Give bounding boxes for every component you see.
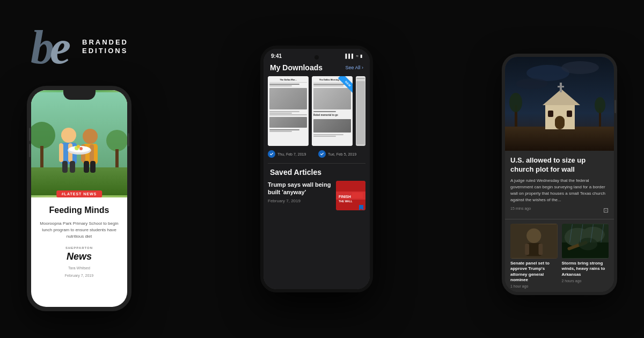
svg-point-8 <box>61 128 76 143</box>
notch-left <box>63 90 96 100</box>
svg-rect-13 <box>70 161 75 173</box>
downloads-title: My Downloads <box>270 63 323 72</box>
phone-left-headline: Feeding Minds <box>38 205 121 216</box>
svg-point-58 <box>579 238 597 250</box>
download-date-row: Thu, Feb 7, 2019 Tue, Feb 5, 2019 <box>264 150 370 163</box>
check-icon-2 <box>318 150 326 158</box>
publish-date: February 7, 2019 <box>65 274 93 277</box>
news-card-1[interactable]: Senate panel set to approve Trump's atto… <box>510 224 558 289</box>
svg-text:FINISH: FINISH <box>339 195 351 199</box>
kids-photo: #LATEST NEWS <box>31 90 127 197</box>
newspaper-line <box>313 136 336 137</box>
download-date-1: Thu, Feb 7, 2019 <box>268 150 315 158</box>
newspaper-line <box>269 113 292 114</box>
phone-middle-screen: 9:41 ▌▌▌ ≈ ▮ My Downloads See All › <box>264 49 370 289</box>
partial-line <box>356 78 365 79</box>
svg-point-49 <box>526 228 541 243</box>
phone-left: #LATEST NEWS Feeding Minds Mooroopna Par… <box>27 86 131 311</box>
news-card-2[interactable]: Storms bring strong winds, heavy rains t… <box>562 224 609 289</box>
svg-rect-42 <box>548 111 553 117</box>
svg-rect-12 <box>62 161 68 173</box>
svg-point-23 <box>79 147 83 150</box>
bookmark-icon-main[interactable]: ⊡ <box>603 207 609 214</box>
saved-article-text: Trump says wall being built 'anyway' Feb… <box>268 181 332 203</box>
scene: b e BRANDED EDITIONS <box>0 0 644 338</box>
camera-dot <box>314 55 319 60</box>
phone-right-wrapper: U.S. allowed to size up church plot for … <box>502 43 617 295</box>
side-btn-vol-down <box>29 144 31 157</box>
svg-point-37 <box>509 93 522 112</box>
side-btn-power <box>128 133 129 146</box>
phone-right-screen: U.S. allowed to size up church plot for … <box>505 57 614 292</box>
svg-point-6 <box>106 130 127 151</box>
newspaper-1-header: The Dallas Mor... <box>269 78 307 83</box>
publisher-label: SHEPPARTON <box>65 246 93 249</box>
svg-rect-43 <box>567 111 572 117</box>
right-phone-power-btn <box>614 100 616 113</box>
divider-1 <box>268 163 365 164</box>
svg-rect-46 <box>558 86 564 87</box>
side-btn-vol-up <box>29 128 31 141</box>
phone-middle-wrapper: 9:41 ▌▌▌ ≈ ▮ My Downloads See All › <box>260 46 373 292</box>
bookmark-icon <box>359 203 363 208</box>
saved-article-1-image: FINISH THE WALL <box>336 181 365 210</box>
see-all-link[interactable]: See All › <box>345 65 363 70</box>
partial-photo <box>356 81 365 144</box>
divider-right <box>505 219 614 219</box>
right-article-main: U.S. allowed to size up church plot for … <box>505 151 614 219</box>
saved-article-1[interactable]: Trump says wall being built 'anyway' Feb… <box>264 181 370 210</box>
check-icon-1 <box>268 150 275 158</box>
phone-left-content: Feeding Minds Mooroopna Park Primary Sch… <box>31 197 127 283</box>
svg-rect-35 <box>505 127 614 151</box>
right-headline: U.S. allowed to size up church plot for … <box>510 156 609 174</box>
svg-rect-19 <box>90 161 96 173</box>
partial-line <box>356 79 365 80</box>
newspaper-line <box>313 134 343 135</box>
downloads-header: My Downloads See All › <box>264 61 370 76</box>
news-card-1-time: 1 hour ago <box>510 284 558 288</box>
news-card-2-title: Storms bring strong winds, heavy rains t… <box>562 261 609 277</box>
battery-icon: ▮ <box>360 54 362 58</box>
phone-left-screen: #LATEST NEWS Feeding Minds Mooroopna Par… <box>31 90 127 307</box>
svg-point-14 <box>83 129 98 144</box>
publisher-name: News <box>67 251 92 262</box>
svg-point-39 <box>595 97 605 113</box>
phone-right: U.S. allowed to size up church plot for … <box>502 54 617 295</box>
news-card-1-title: Senate panel set to approve Trump's atto… <box>510 261 558 283</box>
svg-point-33 <box>561 61 599 74</box>
svg-point-34 <box>516 78 548 89</box>
newspaper-photo-3 <box>313 119 351 133</box>
newspaper-thumb-2[interactable]: The Dallas Morning News Rebel memorial t… <box>312 76 353 146</box>
saved-articles-title: Saved Articles <box>264 168 370 181</box>
phone-left-wrapper: #LATEST NEWS Feeding Minds Mooroopna Par… <box>27 54 131 311</box>
brand-text: BRANDED EDITIONS <box>82 38 128 55</box>
svg-rect-47 <box>555 116 565 129</box>
newspaper-line <box>269 129 299 130</box>
newspaper-thumb-partial <box>356 76 365 146</box>
status-icons: ▌▌▌ ≈ ▮ <box>346 54 362 58</box>
author-name: Tara Whitsed <box>68 266 90 270</box>
phone-left-subtitle: Mooroopna Park Primary School to begin l… <box>38 221 121 240</box>
svg-rect-10 <box>59 143 63 162</box>
svg-rect-52 <box>539 244 543 255</box>
newspaper-photo <box>313 88 351 109</box>
newspaper-thumb-1[interactable]: The Dallas Mor... <box>268 76 309 146</box>
news-grid: Senate panel set to approve Trump's atto… <box>505 224 614 289</box>
date-2: Tue, Feb 5, 2019 <box>328 152 356 156</box>
svg-rect-7 <box>115 149 119 167</box>
news-card-1-image <box>510 224 558 259</box>
newspaper-line <box>269 131 292 132</box>
rebel-memorial-text: Rebel memorial to go <box>313 114 351 116</box>
news-card-2-time: 2 hours ago <box>562 279 609 283</box>
newspaper-line <box>313 111 336 112</box>
newspaper-line <box>269 84 299 85</box>
article-time: 15 mins ago <box>510 207 531 210</box>
newspaper-line <box>269 114 307 115</box>
download-date-2: Tue, Feb 5, 2019 <box>318 150 365 158</box>
latest-news-badge: #LATEST NEWS <box>56 190 103 197</box>
newspaper-photo-2 <box>269 117 307 128</box>
svg-rect-18 <box>84 161 89 173</box>
brand-line1: BRANDED <box>82 38 128 47</box>
status-time: 9:41 <box>271 53 282 59</box>
right-body: A judge ruled Wednesday that the federal… <box>510 178 609 203</box>
